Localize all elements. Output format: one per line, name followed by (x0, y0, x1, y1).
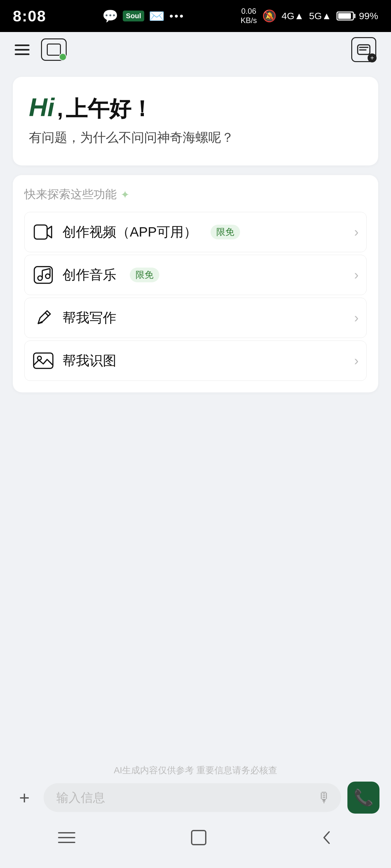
mute-icon: 🔕 (262, 9, 277, 23)
svg-line-11 (45, 313, 48, 316)
system-nav (0, 817, 391, 868)
music-icon (32, 264, 54, 286)
svg-point-13 (37, 356, 41, 360)
music-chevron-icon: › (354, 268, 359, 282)
feature-item-video[interactable]: 创作视频（APP可用） 限免 › (24, 212, 367, 252)
mail-icon: ✉️ (149, 9, 165, 24)
nav-menu-button[interactable] (55, 830, 78, 846)
svg-rect-3 (34, 225, 47, 239)
logo-button[interactable] (41, 38, 67, 61)
message-input[interactable]: 输入信息 🎙 (44, 783, 341, 812)
feature-left-video: 创作视频（APP可用） 限免 (32, 221, 240, 243)
plus-icon: + (19, 787, 30, 808)
logo-inner (47, 43, 61, 56)
main-content: Hi , 上午好！ 有问题，为什么不问问神奇海螺呢？ 快来探索这些功能 ✦ (0, 67, 391, 402)
nav-back-button[interactable] (319, 828, 336, 847)
menu-button[interactable] (15, 44, 29, 55)
feature-list: 创作视频（APP可用） 限免 › (24, 212, 367, 381)
feature-left-image: 帮我识图 (32, 350, 116, 372)
svg-point-5 (38, 276, 42, 280)
nav-right (351, 37, 376, 62)
signal-5g: 5G▲ (309, 10, 331, 22)
feature-section: 快来探索这些功能 ✦ 创作视频（APP可用） 限免 › (13, 175, 378, 393)
status-bar: 8:08 💬 Soul ✉️ ••• 0.06KB/s 🔕 4G▲ 5G▲ 99… (0, 0, 391, 32)
status-right: 0.06KB/s 🔕 4G▲ 5G▲ 99% (241, 7, 378, 25)
nav-home-button[interactable] (189, 828, 208, 847)
svg-point-6 (46, 274, 50, 278)
write-label: 帮我写作 (62, 309, 116, 327)
write-chevron-icon: › (354, 311, 359, 324)
more-icon: ••• (169, 10, 185, 22)
feature-header: 快来探索这些功能 ✦ (24, 187, 367, 202)
greeting-title: Hi , 上午好！ (29, 93, 362, 124)
greeting-morning: 上午好！ (66, 94, 153, 124)
phone-button[interactable]: 📞 (347, 782, 380, 814)
compose-button[interactable] (351, 37, 376, 62)
phone-icon: 📞 (354, 788, 373, 807)
music-label: 创作音乐 (62, 266, 116, 284)
image-icon (32, 350, 54, 372)
sparkle-icon: ✦ (120, 188, 130, 201)
feature-left-write: 帮我写作 (32, 307, 116, 329)
feature-header-label: 快来探索这些功能 (24, 187, 117, 202)
data-speed: 0.06KB/s (241, 7, 257, 25)
signal-4g: 4G▲ (282, 10, 304, 22)
ai-disclaimer: AI生成内容仅供参考 重要信息请务必核查 (11, 764, 380, 776)
image-label: 帮我识图 (62, 352, 116, 370)
video-chevron-icon: › (354, 225, 359, 239)
svg-rect-17 (192, 831, 206, 845)
top-nav (0, 32, 391, 67)
video-icon (32, 221, 54, 243)
image-chevron-icon: › (354, 354, 359, 367)
feature-item-image[interactable]: 帮我识图 › (24, 341, 367, 381)
input-row: + 输入信息 🎙 📞 (11, 782, 380, 814)
svg-rect-12 (34, 353, 53, 368)
greeting-card: Hi , 上午好！ 有问题，为什么不问问神奇海螺呢？ (13, 77, 378, 165)
music-badge: 限免 (130, 268, 159, 282)
input-placeholder: 输入信息 (56, 789, 105, 806)
mic-icon[interactable]: 🎙 (317, 789, 331, 806)
feature-left-music: 创作音乐 限免 (32, 264, 159, 286)
greeting-hi: Hi (29, 93, 55, 122)
battery-percent: 99% (359, 10, 378, 22)
feature-item-write[interactable]: 帮我写作 › (24, 298, 367, 338)
soul-app-icon: Soul (123, 10, 144, 22)
nav-left (15, 38, 67, 61)
plus-button[interactable]: + (11, 785, 37, 810)
video-label: 创作视频（APP可用） (62, 223, 197, 241)
greeting-comma: , (57, 96, 63, 121)
battery-indicator (337, 11, 354, 21)
greeting-subtitle: 有问题，为什么不问问神奇海螺呢？ (29, 129, 362, 146)
bottom-bar: AI生成内容仅供参考 重要信息请务必核查 + 输入信息 🎙 📞 (0, 758, 391, 817)
status-icons: 💬 Soul ✉️ ••• (102, 9, 185, 24)
video-badge: 限免 (211, 225, 240, 239)
status-time: 8:08 (13, 7, 46, 25)
write-icon (32, 307, 54, 329)
feature-item-music[interactable]: 创作音乐 限免 › (24, 255, 367, 295)
svg-line-9 (42, 269, 50, 271)
messages-icon: 💬 (102, 9, 118, 24)
